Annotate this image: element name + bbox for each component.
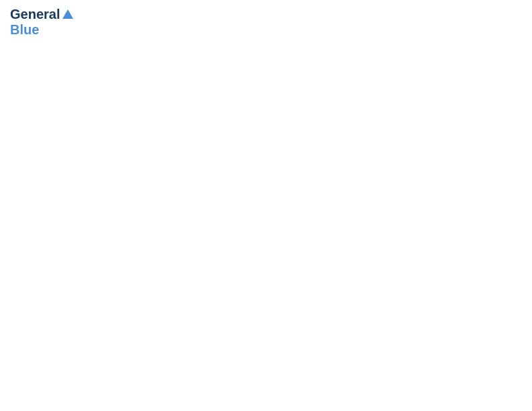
logo-blue: Blue xyxy=(10,22,39,37)
logo: General Blue xyxy=(10,7,75,38)
logo-general: General xyxy=(10,7,60,22)
header: General Blue xyxy=(10,7,522,38)
svg-marker-0 xyxy=(62,9,73,19)
logo-icon xyxy=(61,8,75,21)
